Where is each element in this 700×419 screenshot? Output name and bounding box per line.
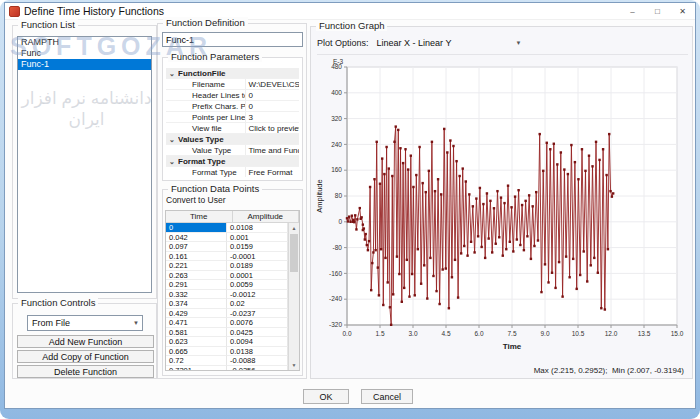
add-new-function-button[interactable]: Add New Function (17, 335, 154, 348)
time-cell[interactable]: 0.097 (166, 242, 227, 252)
time-cell[interactable]: 0 (166, 223, 227, 233)
plot-options-dropdown[interactable]: Linear X - Linear Y ▼ (377, 38, 522, 48)
time-cell[interactable]: 0.221 (166, 261, 227, 271)
property-label: Values Type (178, 134, 245, 144)
close-button[interactable]: ✕ (670, 3, 695, 20)
table-scrollbar[interactable]: ▲ ▼ (288, 223, 299, 370)
svg-text:80: 80 (335, 192, 343, 199)
minimize-button[interactable]: – (620, 3, 645, 20)
svg-text:7.5: 7.5 (507, 330, 516, 337)
property-value[interactable]: Free Format (245, 167, 300, 177)
amplitude-cell[interactable]: 0.0001 (227, 271, 288, 281)
amplitude-cell[interactable]: 0.001 (227, 233, 288, 243)
amplitude-cell[interactable]: -0.0001 (227, 252, 288, 262)
chevron-icon: ⌄ (166, 156, 178, 166)
property-value[interactable]: 0 (245, 101, 300, 111)
data-points-table-header: Time Amplitude (166, 211, 299, 223)
amplitude-cell[interactable]: 0.0138 (227, 347, 288, 357)
time-cell[interactable]: 0.042 (166, 233, 227, 243)
chevron-icon: ⌄ (166, 134, 178, 144)
table-row: 0.429-0.0237 (166, 309, 288, 319)
svg-text:Time: Time (503, 342, 522, 351)
scroll-down-icon[interactable]: ▼ (289, 360, 299, 370)
property-category-row[interactable]: ⌄Values Type (166, 134, 299, 145)
property-category-row[interactable]: ⌄FunctionFile (166, 68, 299, 79)
amplitude-cell[interactable]: 0.0159 (227, 242, 288, 252)
function-name-input[interactable] (162, 32, 303, 47)
table-row: 0.0970.0159 (166, 242, 288, 252)
amplitude-cell[interactable]: 0.0094 (227, 337, 288, 347)
time-cell[interactable]: 0.374 (166, 299, 227, 309)
svg-text:15.0: 15.0 (671, 330, 684, 337)
svg-text:Amplitude: Amplitude (315, 179, 324, 212)
property-label: Filename (178, 79, 245, 89)
cancel-button[interactable]: Cancel (361, 389, 413, 404)
time-cell[interactable]: 0.665 (166, 347, 227, 357)
function-data-points-group: Function Data Points Convert to User Tim… (162, 189, 303, 376)
scrollbar-thumb[interactable] (290, 234, 298, 272)
time-cell[interactable]: 0.581 (166, 328, 227, 338)
amplitude-cell[interactable]: 0.02 (227, 299, 288, 309)
scroll-up-icon[interactable]: ▲ (289, 223, 299, 233)
function-type-dropdown[interactable]: From File ▼ (27, 315, 143, 331)
convert-to-user-button[interactable]: Convert to User (166, 195, 226, 205)
amplitude-column-header: Amplitude (233, 211, 300, 222)
property-label: FunctionFile (178, 68, 245, 78)
plot-options-divider (317, 54, 688, 55)
amplitude-cell[interactable]: 0.0425 (227, 328, 288, 338)
function-controls-group: Function Controls From File ▼ Add New Fu… (12, 303, 157, 379)
list-item[interactable]: Func (18, 48, 151, 59)
property-value[interactable]: W:\DEVEL\CSiPlant\CSiPlant v (245, 79, 300, 89)
function-listbox[interactable]: RAMPTHFuncFunc-1 (17, 36, 152, 293)
amplitude-cell[interactable]: 0.0076 (227, 318, 288, 328)
table-row: 0.161-0.0001 (166, 252, 288, 262)
time-cell[interactable]: 0.429 (166, 309, 227, 319)
list-item[interactable]: RAMPTH (18, 37, 151, 48)
plot-options-value: Linear X - Linear Y (377, 38, 452, 48)
svg-text:0: 0 (338, 218, 342, 225)
time-cell[interactable]: 0.7201 (166, 366, 227, 371)
time-column-header: Time (166, 211, 233, 222)
property-value[interactable]: 3 (245, 112, 300, 122)
svg-text:13.5: 13.5 (638, 330, 651, 337)
time-cell[interactable]: 0.471 (166, 318, 227, 328)
svg-text:E-3: E-3 (333, 58, 344, 65)
amplitude-cell[interactable]: -0.0088 (227, 356, 288, 366)
table-row: 0.2630.0001 (166, 271, 288, 281)
table-row: 0.4710.0076 (166, 318, 288, 328)
function-list-group: Function List RAMPTHFuncFunc-1 (12, 25, 157, 299)
time-cell[interactable]: 0.623 (166, 337, 227, 347)
property-value[interactable]: Time and Function Values (245, 145, 300, 155)
property-category-row[interactable]: ⌄Format Type (166, 156, 299, 167)
chevron-icon: ⌄ (166, 68, 178, 78)
time-cell[interactable]: 0.332 (166, 290, 227, 300)
amplitude-cell[interactable]: 0.0189 (227, 261, 288, 271)
window-controls: – □ ✕ (620, 3, 695, 20)
table-row: 0.3740.02 (166, 299, 288, 309)
amplitude-cell[interactable]: -0.0012 (227, 290, 288, 300)
time-cell[interactable]: 0.291 (166, 280, 227, 290)
svg-text:400: 400 (331, 89, 342, 96)
max-min-annotation: Max (2.215, 0.2952); Min (2.007, -0.3194… (534, 366, 684, 375)
amplitude-cell[interactable]: -0.0237 (227, 309, 288, 319)
function-graph-label: Function Graph (316, 20, 387, 31)
app-icon (9, 6, 20, 17)
time-cell[interactable]: 0.161 (166, 252, 227, 262)
add-copy-of-function-button[interactable]: Add Copy of Function (17, 350, 154, 363)
amplitude-cell[interactable]: 0.0059 (227, 280, 288, 290)
delete-function-button[interactable]: Delete Function (17, 365, 154, 378)
property-row: View fileClick to preview (166, 123, 299, 134)
maximize-button[interactable]: □ (645, 3, 670, 20)
property-value[interactable]: Click to preview (245, 123, 300, 133)
function-controls-label: Function Controls (18, 297, 98, 308)
table-row: 00.0108 (166, 223, 288, 233)
ok-button[interactable]: OK (303, 389, 349, 404)
svg-text:0.0: 0.0 (342, 330, 351, 337)
time-cell[interactable]: 0.263 (166, 271, 227, 281)
chevron-icon (166, 112, 178, 122)
list-item[interactable]: Func-1 (18, 59, 151, 70)
time-cell[interactable]: 0.72 (166, 356, 227, 366)
property-value[interactable]: 0 (245, 90, 300, 100)
amplitude-cell[interactable]: 0.0108 (227, 223, 288, 233)
amplitude-cell[interactable]: -0.0256 (227, 366, 288, 371)
